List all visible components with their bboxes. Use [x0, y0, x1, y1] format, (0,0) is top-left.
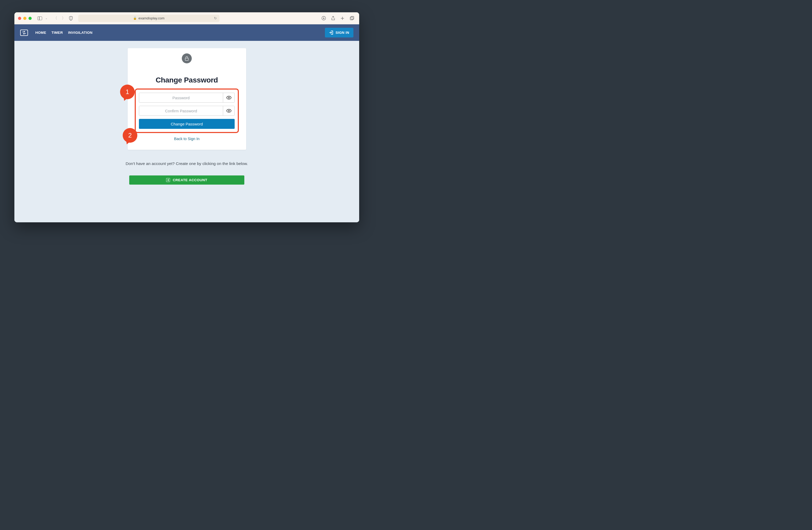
app-logo-icon[interactable]	[20, 30, 28, 36]
create-account-button[interactable]: CREATE ACCOUNT	[129, 176, 244, 185]
form-highlight-box: Change Password	[135, 88, 239, 133]
toggle-password-visibility-button[interactable]	[223, 93, 234, 102]
back-to-sign-in-link[interactable]: Back to Sign In	[174, 137, 200, 141]
app-navbar: HOME TIMER INVIGILATION SIGN IN	[14, 24, 359, 41]
privacy-shield-icon[interactable]	[69, 16, 73, 21]
share-icon[interactable]	[329, 16, 337, 21]
sidebar-toggle-icon[interactable]	[38, 16, 42, 20]
change-password-card: Change Password Change Password	[128, 48, 246, 150]
chevron-down-icon[interactable]: ⌄	[45, 17, 47, 20]
sign-in-button[interactable]: SIGN IN	[325, 28, 353, 38]
browser-back-button[interactable]: 〈	[52, 16, 58, 21]
nav-links: HOME TIMER INVIGILATION	[35, 31, 92, 34]
reload-icon[interactable]: ↻	[214, 16, 217, 20]
confirm-password-row	[139, 106, 235, 116]
card-title: Change Password	[156, 76, 218, 84]
browser-toolbar: ⌄ 〈 〉 🔒 examdisplay.com ↻	[14, 12, 359, 24]
svg-rect-2	[351, 16, 354, 19]
browser-window: ⌄ 〈 〉 🔒 examdisplay.com ↻	[14, 12, 359, 222]
no-account-text: Don't have an account yet? Create one by…	[126, 161, 248, 166]
toggle-confirm-password-visibility-button[interactable]	[223, 106, 234, 115]
svg-rect-1	[350, 17, 353, 20]
window-minimize-button[interactable]	[23, 17, 26, 20]
traffic-lights	[18, 17, 32, 20]
svg-point-4	[228, 97, 229, 98]
sign-in-label: SIGN IN	[336, 31, 349, 34]
change-password-button[interactable]: Change Password	[139, 119, 235, 129]
password-row	[139, 93, 235, 103]
nav-link-home[interactable]: HOME	[35, 31, 46, 34]
plus-box-icon	[166, 178, 170, 182]
annotation-step-1: 1	[120, 85, 135, 99]
new-tab-icon[interactable]	[339, 16, 346, 20]
lock-badge-icon	[182, 53, 192, 64]
downloads-icon[interactable]	[320, 16, 327, 20]
annotation-step-2: 2	[123, 128, 137, 143]
window-close-button[interactable]	[18, 17, 21, 20]
nav-link-invigilation[interactable]: INVIGILATION	[68, 31, 92, 34]
lock-icon: 🔒	[133, 16, 137, 20]
page-body: Change Password Change Password	[14, 41, 359, 222]
url-host: examdisplay.com	[139, 16, 164, 20]
create-account-label: CREATE ACCOUNT	[173, 178, 207, 182]
svg-rect-3	[185, 58, 188, 60]
confirm-password-input[interactable]	[139, 106, 223, 115]
tabs-overview-icon[interactable]	[348, 16, 356, 20]
address-bar[interactable]: 🔒 examdisplay.com ↻	[78, 15, 219, 22]
window-maximize-button[interactable]	[29, 17, 32, 20]
svg-point-5	[228, 110, 229, 111]
sign-in-icon	[329, 30, 334, 35]
browser-forward-button[interactable]: 〉	[60, 16, 67, 21]
eye-icon	[226, 96, 232, 99]
nav-link-timer[interactable]: TIMER	[52, 31, 63, 34]
eye-icon	[226, 109, 232, 113]
password-input[interactable]	[139, 93, 223, 102]
